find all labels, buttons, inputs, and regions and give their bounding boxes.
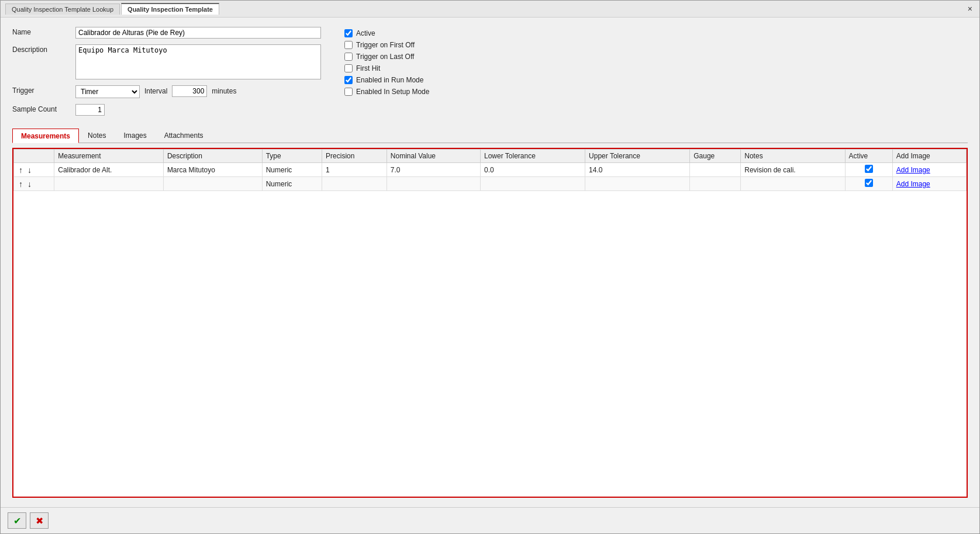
row2-upper	[585, 177, 690, 191]
row1-precision: 1	[322, 163, 387, 177]
row2-gauge	[690, 177, 741, 191]
tab-images[interactable]: Images	[115, 129, 155, 143]
save-button[interactable]: ✔	[8, 512, 26, 529]
description-row: Description Equipo Marca Mitutoyo	[12, 44, 321, 79]
trigger-label: Trigger	[12, 85, 71, 95]
row2-nominal	[387, 177, 480, 191]
sample-count-label: Sample Count	[12, 104, 71, 113]
table-row: ↑ ↓ Numeric	[14, 177, 967, 191]
row1-add-image: Add Image	[892, 163, 966, 177]
name-input[interactable]	[75, 27, 321, 39]
row1-arrows: ↑ ↓	[14, 163, 54, 177]
enabled-setup-checkbox[interactable]	[344, 88, 353, 96]
row2-down-btn[interactable]: ↓	[26, 179, 33, 189]
row1-gauge	[690, 163, 741, 177]
close-button[interactable]: ×	[965, 4, 975, 13]
row2-active-checkbox[interactable]	[865, 179, 873, 187]
main-content: Name Description Equipo Marca Mitutoyo T…	[1, 18, 979, 507]
right-checkboxes: Active Trigger on First Off Trigger on L…	[344, 27, 429, 118]
sub-tabs: Measurements Notes Images Attachments	[12, 129, 968, 143]
enabled-run-label: Enabled in Run Mode	[356, 76, 423, 84]
trigger-last-off-checkbox[interactable]	[344, 53, 353, 61]
row2-precision	[322, 177, 387, 191]
bottom-toolbar: ✔ ✖	[1, 507, 979, 533]
enabled-run-checkbox[interactable]	[344, 76, 353, 84]
col-nominal: Nominal Value	[387, 150, 480, 163]
row1-measurement: Calibrador de Alt.	[54, 163, 164, 177]
cancel-button[interactable]: ✖	[30, 512, 49, 529]
tab-lookup[interactable]: Quality Inspection Template Lookup	[5, 4, 120, 15]
description-input[interactable]: Equipo Marca Mitutoyo	[75, 44, 321, 79]
tab-attachments[interactable]: Attachments	[156, 129, 212, 143]
row2-add-image-btn[interactable]: Add Image	[896, 180, 930, 188]
col-type: Type	[262, 150, 322, 163]
checkbox-enabled-run: Enabled in Run Mode	[344, 76, 429, 84]
row2-arrows: ↑ ↓	[14, 177, 54, 191]
col-lower: Lower Tolerance	[480, 150, 585, 163]
interval-unit: minutes	[212, 85, 236, 95]
trigger-first-off-checkbox[interactable]	[344, 41, 353, 49]
col-gauge: Gauge	[690, 150, 741, 163]
col-active: Active	[845, 150, 892, 163]
description-label: Description	[12, 44, 71, 54]
col-add-image: Add Image	[892, 150, 966, 163]
col-description: Description	[163, 150, 262, 163]
sample-count-input[interactable]	[75, 104, 105, 116]
top-section: Name Description Equipo Marca Mitutoyo T…	[12, 27, 968, 118]
table-row: ↑ ↓ Calibrador de Alt. Marca Mitutoyo Nu…	[14, 163, 967, 177]
row1-nominal: 7.0	[387, 163, 480, 177]
col-precision: Precision	[322, 150, 387, 163]
title-bar: Quality Inspection Template Lookup Quali…	[1, 1, 979, 18]
col-notes: Notes	[741, 150, 845, 163]
col-upper: Upper Tolerance	[585, 150, 690, 163]
tab-measurements[interactable]: Measurements	[12, 129, 79, 143]
col-measurement: Measurement	[54, 150, 164, 163]
row1-active-checkbox[interactable]	[865, 165, 873, 173]
checkbox-trigger-last-off: Trigger on Last Off	[344, 53, 429, 61]
row2-description	[163, 177, 262, 191]
trigger-row: Trigger Timer Manual Event Interval minu…	[12, 85, 321, 98]
checkbox-enabled-setup: Enabled In Setup Mode	[344, 88, 429, 96]
row1-notes: Revision de cali.	[741, 163, 845, 177]
enabled-setup-label: Enabled In Setup Mode	[356, 88, 429, 96]
title-bar-tabs: Quality Inspection Template Lookup Quali…	[5, 3, 219, 15]
row1-type: Numeric	[262, 163, 322, 177]
checkbox-first-hit: First Hit	[344, 64, 429, 72]
name-row: Name	[12, 27, 321, 39]
measurements-table: Measurement Description Type Precision N…	[13, 149, 967, 191]
checkbox-active: Active	[344, 29, 429, 37]
row2-type: Numeric	[262, 177, 322, 191]
row2-add-image: Add Image	[892, 177, 966, 191]
row1-upper: 14.0	[585, 163, 690, 177]
interval-input[interactable]	[172, 85, 207, 97]
first-hit-checkbox[interactable]	[344, 64, 353, 72]
row2-active	[845, 177, 892, 191]
col-arrows	[14, 150, 54, 163]
active-checkbox[interactable]	[344, 29, 353, 37]
first-hit-label: First Hit	[356, 64, 380, 72]
row1-down-btn[interactable]: ↓	[26, 165, 33, 175]
sample-count-row: Sample Count	[12, 104, 321, 116]
row2-measurement	[54, 177, 164, 191]
row1-description: Marca Mitutoyo	[163, 163, 262, 177]
measurements-area: Measurement Description Type Precision N…	[12, 148, 968, 498]
checkbox-trigger-first-off: Trigger on First Off	[344, 41, 429, 49]
row1-active	[845, 163, 892, 177]
row1-lower: 0.0	[480, 163, 585, 177]
row2-lower	[480, 177, 585, 191]
trigger-first-off-label: Trigger on First Off	[356, 41, 415, 49]
tab-notes[interactable]: Notes	[79, 129, 115, 143]
row2-notes	[741, 177, 845, 191]
main-window: Quality Inspection Template Lookup Quali…	[0, 0, 980, 534]
name-label: Name	[12, 27, 71, 36]
interval-label: Interval	[144, 85, 167, 95]
left-form: Name Description Equipo Marca Mitutoyo T…	[12, 27, 321, 118]
trigger-select[interactable]: Timer Manual Event	[75, 85, 140, 98]
active-label: Active	[356, 29, 375, 37]
row2-up-btn[interactable]: ↑	[18, 179, 24, 189]
tab-template[interactable]: Quality Inspection Template	[121, 3, 219, 15]
trigger-last-off-label: Trigger on Last Off	[356, 53, 414, 61]
row1-up-btn[interactable]: ↑	[18, 165, 24, 175]
row1-add-image-btn[interactable]: Add Image	[896, 166, 930, 174]
